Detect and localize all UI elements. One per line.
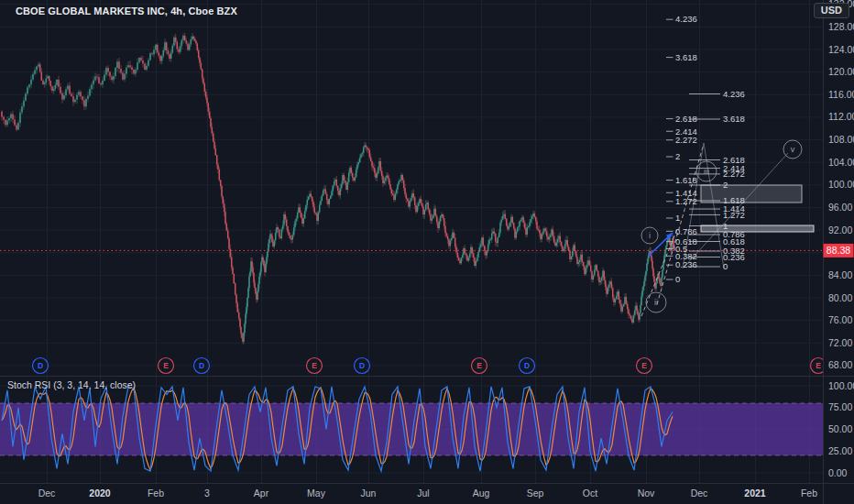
stoch-rsi-pane[interactable]: [0, 378, 823, 483]
currency-toggle-button[interactable]: USD: [814, 3, 849, 18]
trading-chart-window: 4.2363.6182.6182.4142.27221.6181.4141.27…: [0, 0, 854, 504]
symbol-title[interactable]: CBOE GLOBAL MARKETS INC, 4h, Cboe BZX: [16, 5, 237, 16]
time-axis[interactable]: [0, 484, 854, 504]
main-chart-pane[interactable]: [0, 0, 823, 376]
price-axis[interactable]: [823, 0, 854, 484]
indicator-label[interactable]: Stoch RSI (3, 3, 14, 14, close): [7, 379, 136, 390]
